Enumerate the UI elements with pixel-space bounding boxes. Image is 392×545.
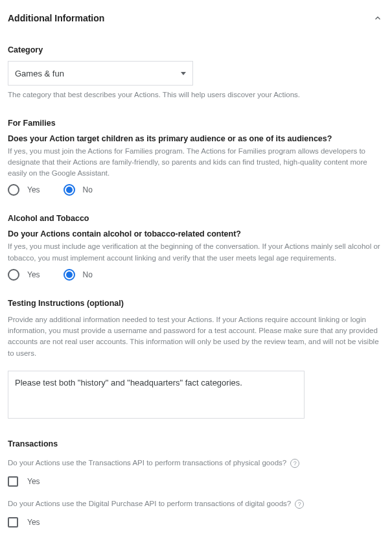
radio-yes-label: Yes — [27, 270, 40, 279]
testing-instructions-input[interactable] — [8, 371, 305, 419]
families-radio-group: Yes No — [8, 184, 384, 196]
transactions-physical-checkbox[interactable] — [8, 476, 18, 487]
alcohol-radio-group: Yes No — [8, 269, 384, 281]
transactions-physical-checkbox-row: Yes — [8, 476, 384, 487]
radio-no-label: No — [83, 185, 93, 194]
help-icon[interactable]: ? — [295, 500, 304, 509]
additional-information-panel: Additional Information Category Games & … — [0, 0, 392, 545]
alcohol-radio-no[interactable]: No — [63, 269, 93, 281]
section-header[interactable]: Additional Information — [8, 8, 384, 34]
alcohol-question: Do your Actions contain alcohol or tobac… — [8, 229, 384, 238]
transactions-digital-checkbox-row: Yes — [8, 517, 384, 528]
alcohol-label: Alcohol and Tobacco — [8, 214, 384, 223]
section-title: Additional Information — [8, 13, 104, 23]
transactions-physical-question: Do your Actions use the Transactions API… — [8, 458, 286, 469]
help-icon[interactable]: ? — [290, 459, 299, 468]
checkbox-yes-label: Yes — [27, 477, 40, 486]
radio-yes-label: Yes — [27, 185, 40, 194]
alcohol-description: If yes, you must include age verificatio… — [8, 241, 384, 264]
radio-icon-selected — [63, 269, 75, 281]
dropdown-arrow-icon — [181, 72, 186, 75]
transactions-digital-checkbox[interactable] — [8, 517, 18, 528]
transactions-digital-question: Do your Actions use the Digital Purchase… — [8, 498, 291, 509]
families-radio-no[interactable]: No — [63, 184, 93, 196]
category-select[interactable]: Games & fun — [8, 61, 193, 86]
radio-icon — [8, 184, 19, 196]
checkbox-yes-label: Yes — [27, 518, 40, 527]
families-question: Does your Action target children as its … — [8, 134, 384, 143]
radio-no-label: No — [83, 270, 93, 279]
radio-icon-selected — [63, 184, 75, 196]
category-label: Category — [8, 45, 384, 54]
testing-label: Testing Instructions (optional) — [8, 299, 384, 308]
families-label: For Families — [8, 119, 384, 128]
transactions-label: Transactions — [8, 439, 384, 448]
category-selected-value: Games & fun — [15, 69, 64, 78]
chevron-up-icon[interactable] — [371, 12, 384, 25]
category-helper: The category that best describes your Ac… — [8, 89, 384, 100]
families-description: If yes, you must join the Actions for Fa… — [8, 146, 384, 180]
families-radio-yes[interactable]: Yes — [8, 184, 40, 196]
radio-icon — [8, 269, 19, 281]
alcohol-radio-yes[interactable]: Yes — [8, 269, 40, 281]
testing-description: Provide any additional information neede… — [8, 314, 384, 359]
